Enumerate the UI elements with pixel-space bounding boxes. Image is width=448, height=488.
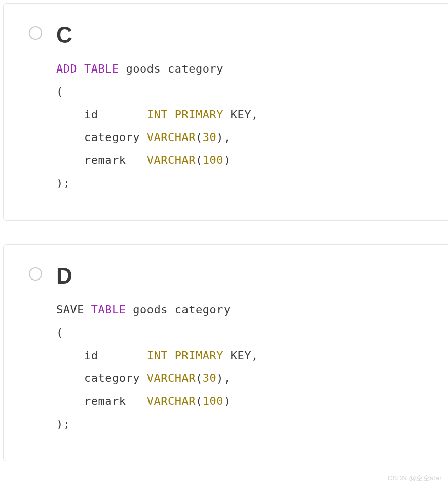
code-text: ) [223,395,231,407]
code-text: KEY, [223,108,258,121]
code-text: category [56,372,147,385]
code-text: ( [196,372,203,385]
code-text: ), [216,131,231,144]
code-text: ); [56,417,70,430]
code-text: ( [56,326,63,339]
code-text: goods_category [119,62,223,75]
keyword-table: TABLE [91,303,126,316]
code-block: SAVE TABLE goods_category ( id INT PRIMA… [56,298,428,436]
number-literal: 100 [203,395,223,407]
code-text: ( [196,154,203,166]
code-text: ); [56,177,70,189]
keyword-int: INT [147,349,168,362]
radio-icon[interactable] [29,26,42,40]
code-text: remark [56,395,147,407]
code-text: category [56,131,147,144]
radio-icon[interactable] [29,267,42,281]
code-text: goods_category [126,303,230,316]
option-header: C [29,24,428,46]
code-text: KEY, [223,349,258,362]
keyword-table: TABLE [84,62,119,75]
code-text: ) [223,154,231,166]
code-text: id [56,108,147,121]
spacer [0,221,448,241]
keyword-int: INT [147,108,168,121]
number-literal: 30 [203,372,217,385]
code-text: remark [56,154,147,166]
code-block: ADD TABLE goods_category ( id INT PRIMAR… [56,57,428,195]
keyword-varchar: VARCHAR [147,154,196,166]
code-text: ( [196,131,203,144]
keyword-varchar: VARCHAR [147,372,196,385]
number-literal: 30 [203,131,217,144]
keyword-save: SAVE [56,303,91,316]
code-text: ( [56,85,63,98]
keyword-primary: PRIMARY [175,349,223,362]
keyword-varchar: VARCHAR [147,131,196,144]
answer-option-c[interactable]: C ADD TABLE goods_category ( id INT PRIM… [3,3,448,221]
option-header: D [29,265,428,287]
answer-option-d[interactable]: D SAVE TABLE goods_category ( id INT PRI… [3,244,448,462]
code-text: ( [196,395,203,407]
keyword-add: ADD [56,62,77,75]
keyword-varchar: VARCHAR [147,395,196,407]
option-letter: C [56,24,72,46]
code-text: id [56,349,147,362]
code-text: ), [216,372,231,385]
keyword-primary: PRIMARY [175,108,223,121]
option-letter: D [56,265,72,287]
number-literal: 100 [203,154,223,166]
